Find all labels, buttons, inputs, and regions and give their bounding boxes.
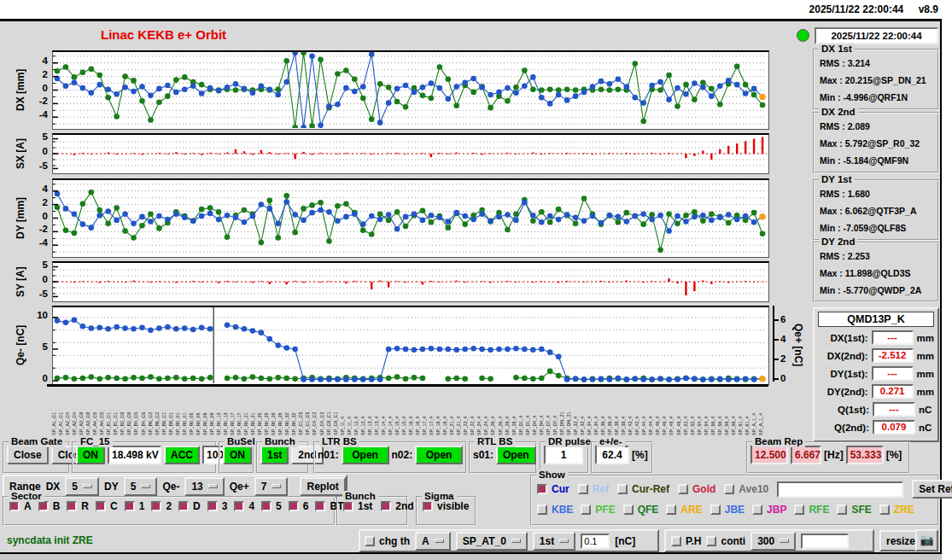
sector-checkbox-1[interactable]: 1 bbox=[125, 500, 145, 512]
sector-checkbox-A[interactable]: A bbox=[9, 500, 32, 512]
checkbox-label[interactable]: R bbox=[81, 500, 89, 512]
show-checkbox-rfe[interactable]: RFE bbox=[794, 504, 829, 516]
ph-checkbox[interactable]: P.H bbox=[671, 535, 701, 547]
show-checkbox-cur-ref[interactable]: Cur-Ref bbox=[617, 483, 669, 495]
checkbox-label[interactable]: P.H bbox=[686, 535, 701, 547]
checkbox-label[interactable]: ARE bbox=[680, 504, 702, 516]
show-checkbox-ref[interactable]: Ref bbox=[578, 483, 609, 495]
show-checkbox-gold[interactable]: Gold bbox=[678, 483, 715, 495]
checkbox-indicator[interactable] bbox=[752, 505, 762, 515]
checkbox-label[interactable]: chg th bbox=[379, 535, 410, 547]
fc15-on-button[interactable]: ON bbox=[76, 446, 105, 464]
checkbox-indicator[interactable] bbox=[423, 501, 433, 511]
chg-th-checkbox[interactable]: chg th bbox=[365, 535, 410, 547]
checkbox-label[interactable]: 3 bbox=[222, 500, 228, 512]
checkbox-indicator[interactable] bbox=[578, 484, 588, 494]
checkbox-indicator[interactable] bbox=[537, 505, 547, 515]
show-checkbox-zre[interactable]: ZRE bbox=[879, 504, 914, 516]
selected-value[interactable]: 13 bbox=[191, 480, 202, 493]
checkbox-label[interactable]: 5 bbox=[276, 500, 282, 512]
checkbox-label[interactable]: conti bbox=[721, 535, 745, 547]
checkbox-indicator[interactable] bbox=[234, 501, 244, 511]
checkbox-label[interactable]: Cur-Ref bbox=[632, 483, 669, 495]
checkbox-label[interactable]: JBP bbox=[767, 504, 786, 516]
checkbox-label[interactable]: Ref bbox=[593, 483, 609, 495]
checkbox-indicator[interactable] bbox=[67, 501, 77, 511]
show-checkbox-jbe[interactable]: JBE bbox=[710, 504, 745, 516]
checkbox-label[interactable]: QFE bbox=[638, 504, 659, 516]
checkbox-indicator[interactable] bbox=[207, 501, 218, 511]
range-qe-plus-select[interactable]: 7 bbox=[254, 477, 289, 496]
checkbox-label[interactable]: Ave10 bbox=[739, 483, 768, 495]
checkbox-indicator[interactable] bbox=[724, 484, 734, 494]
set-ref-button[interactable]: Set Ref bbox=[912, 480, 952, 499]
checkbox-indicator[interactable] bbox=[315, 501, 325, 511]
checkbox-indicator[interactable] bbox=[666, 505, 676, 515]
checkbox-indicator[interactable] bbox=[343, 501, 353, 511]
ltr-n01-open-button[interactable]: Open bbox=[342, 446, 389, 464]
checkbox-indicator[interactable] bbox=[38, 501, 49, 511]
selected-value[interactable]: SP_AT_0 bbox=[463, 534, 506, 548]
checkbox-label[interactable]: JBE bbox=[725, 504, 745, 516]
checkbox-indicator[interactable] bbox=[178, 501, 189, 511]
selected-value[interactable]: 7 bbox=[261, 480, 267, 493]
qe-plot-area[interactable] bbox=[52, 306, 769, 385]
sigma-checkbox-visible[interactable]: visible bbox=[423, 500, 469, 512]
checkbox-indicator[interactable] bbox=[617, 484, 628, 494]
beam-gate-close-1-button[interactable]: Close bbox=[7, 446, 49, 464]
show-checkbox-kbe[interactable]: KBE bbox=[537, 504, 573, 516]
sector-checkbox-2[interactable]: 2 bbox=[151, 500, 172, 512]
checkbox-indicator[interactable] bbox=[623, 505, 634, 515]
checkbox-label[interactable]: 2 bbox=[166, 500, 172, 512]
range-dx-select[interactable]: 5 bbox=[65, 477, 99, 496]
checkbox-indicator[interactable] bbox=[678, 484, 688, 494]
checkbox-indicator[interactable] bbox=[537, 484, 547, 494]
checkbox-label[interactable]: 1 bbox=[139, 500, 145, 512]
checkbox-indicator[interactable] bbox=[289, 501, 299, 511]
group-select[interactable]: A bbox=[415, 532, 451, 551]
sx-plot-area[interactable] bbox=[52, 133, 769, 174]
monitor-select[interactable]: SP_AT_0 bbox=[456, 532, 528, 551]
show-checkbox-sfe[interactable]: SFE bbox=[837, 504, 871, 516]
sy-plot-area[interactable] bbox=[52, 261, 769, 302]
bunch-checkbox-1st[interactable]: 1st bbox=[343, 500, 372, 512]
selected-value[interactable]: 300 bbox=[757, 534, 774, 548]
show-checkbox-qfe[interactable]: QFE bbox=[623, 504, 659, 516]
screenshot-camera-button[interactable]: 📷 bbox=[915, 529, 938, 551]
conti-checkbox[interactable]: conti bbox=[706, 535, 745, 547]
checkbox-label[interactable]: KBE bbox=[552, 504, 573, 516]
checkbox-indicator[interactable] bbox=[9, 501, 20, 511]
checkbox-indicator[interactable] bbox=[581, 505, 591, 515]
sector-checkbox-R[interactable]: R bbox=[67, 500, 89, 512]
checkbox-label[interactable]: 2nd bbox=[395, 500, 413, 512]
checkbox-label[interactable]: C bbox=[110, 500, 118, 512]
checkbox-label[interactable]: Gold bbox=[692, 483, 715, 495]
sector-checkbox-C[interactable]: C bbox=[96, 500, 118, 512]
ref-name-input[interactable] bbox=[777, 481, 903, 498]
points-select[interactable]: 300 bbox=[751, 532, 796, 551]
checkbox-label[interactable]: 1st bbox=[358, 500, 372, 512]
checkbox-label[interactable]: SFE bbox=[851, 504, 871, 516]
checkbox-indicator[interactable] bbox=[710, 505, 721, 515]
checkbox-indicator[interactable] bbox=[879, 505, 890, 515]
replot-button[interactable]: Replot bbox=[300, 477, 345, 496]
threshold-input[interactable] bbox=[581, 534, 610, 549]
dx-plot-area[interactable] bbox=[52, 50, 769, 130]
range-dy-select[interactable]: 5 bbox=[124, 477, 158, 496]
checkbox-label[interactable]: Cur bbox=[552, 483, 569, 495]
show-checkbox-ave10[interactable]: Ave10 bbox=[724, 483, 768, 495]
checkbox-indicator[interactable] bbox=[125, 501, 135, 511]
checkbox-label[interactable]: visible bbox=[437, 500, 469, 512]
sector-checkbox-D[interactable]: D bbox=[178, 500, 201, 512]
show-checkbox-pfe[interactable]: PFE bbox=[581, 504, 615, 516]
show-checkbox-jbp[interactable]: JBP bbox=[752, 504, 786, 516]
checkbox-label[interactable]: A bbox=[24, 500, 32, 512]
show-checkbox-are[interactable]: ARE bbox=[666, 504, 702, 516]
checkbox-indicator[interactable] bbox=[365, 536, 375, 546]
sector-checkbox-3[interactable]: 3 bbox=[207, 500, 228, 512]
selected-value[interactable]: 1st bbox=[540, 534, 554, 548]
selected-value[interactable]: 5 bbox=[131, 480, 137, 493]
checkbox-label[interactable]: ZRE bbox=[894, 504, 914, 516]
checkbox-indicator[interactable] bbox=[151, 501, 161, 511]
checkbox-indicator[interactable] bbox=[837, 505, 847, 515]
